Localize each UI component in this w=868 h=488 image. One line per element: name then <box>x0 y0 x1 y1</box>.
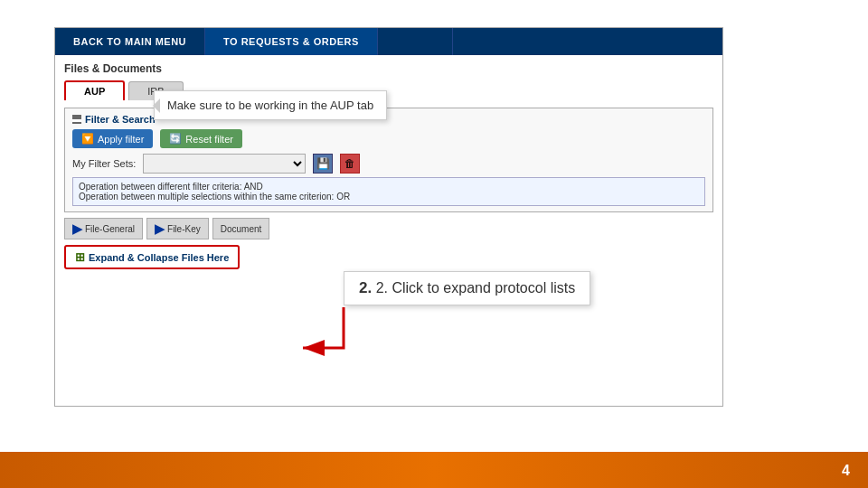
reset-icon: 🔄 <box>169 133 182 145</box>
reset-filter-label: Reset filter <box>185 134 233 145</box>
filter-info-line2: Operation between multiple selections wi… <box>79 192 699 202</box>
arrow-svg <box>294 298 348 371</box>
filter-header-label: Filter & Search <box>85 114 156 125</box>
to-requests-orders-button[interactable]: TO REQUESTS & ORDERS <box>205 28 378 55</box>
expand-collapse-label: Expand & Collapse Files Here <box>89 252 229 263</box>
delete-filter-button[interactable]: 🗑 <box>340 154 360 174</box>
expand-plus-icon: ⊞ <box>75 250 85 264</box>
expand-collapse-button[interactable]: ⊞ Expand & Collapse Files Here <box>64 245 240 269</box>
app-container: BACK TO MAIN MENU TO REQUESTS & ORDERS F… <box>54 27 723 407</box>
filter-section: ▬ Filter & Search 🔽 Apply filter 🔄 Reset… <box>64 108 713 212</box>
filter-info-line1: Operation between different filter crite… <box>79 182 699 192</box>
save-filter-button[interactable]: 💾 <box>313 154 333 174</box>
apply-filter-button[interactable]: 🔽 Apply filter <box>72 129 153 148</box>
callout-expand: 2. 2. Click to expand protocol lists <box>344 271 590 305</box>
col-header-file-key[interactable]: ▶ File-Key <box>146 218 209 239</box>
page-number: 4 <box>842 463 850 479</box>
expand-row: ⊞ Expand & Collapse Files Here <box>64 245 713 269</box>
reset-filter-button[interactable]: 🔄 Reset filter <box>160 129 242 148</box>
column-headers: ▶ File-General ▶ File-Key Document <box>64 218 713 239</box>
extra-nav-button[interactable] <box>378 28 454 55</box>
callout-aup: Make sure to be working in the AUP tab <box>154 90 387 120</box>
filter-icon: 🔽 <box>81 133 94 145</box>
section-title: Files & Documents <box>64 62 713 75</box>
filter-buttons: 🔽 Apply filter 🔄 Reset filter <box>72 129 705 148</box>
filter-sets-select[interactable] <box>143 154 306 174</box>
tab-aup[interactable]: AUP <box>64 80 125 100</box>
filter-sets-row: My Filter Sets: 💾 🗑 <box>72 154 705 174</box>
col-label-document: Document <box>221 224 262 234</box>
col-header-file-general[interactable]: ▶ File-General <box>64 218 143 239</box>
nav-bar: BACK TO MAIN MENU TO REQUESTS & ORDERS <box>55 28 722 55</box>
filter-info: Operation between different filter crite… <box>72 177 705 206</box>
bottom-bar <box>0 452 868 488</box>
col-arrow-1: ▶ <box>72 221 82 236</box>
col-label-file-key: File-Key <box>167 224 201 234</box>
apply-filter-label: Apply filter <box>98 134 144 145</box>
col-label-file-general: File-General <box>85 224 135 234</box>
callout-aup-text: Make sure to be working in the AUP tab <box>167 99 373 112</box>
col-arrow-2: ▶ <box>155 221 165 236</box>
col-header-document[interactable]: Document <box>212 218 270 239</box>
filter-collapse-icon[interactable]: ▬ <box>72 115 81 124</box>
callout-expand-text: 2. 2. Click to expand protocol lists <box>359 280 575 296</box>
filter-sets-label: My Filter Sets: <box>72 158 136 169</box>
back-to-main-button[interactable]: BACK TO MAIN MENU <box>55 28 205 55</box>
